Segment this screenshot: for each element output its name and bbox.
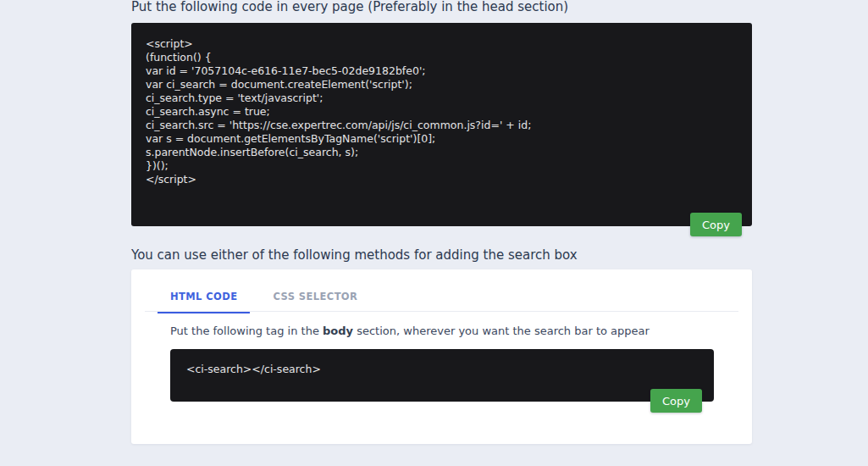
main-content: Put the following code in every page (Pr… [131,0,752,444]
script-code-text: <script> (function() { var id = '7057104… [146,37,738,186]
tag-code-block: <ci-search></ci-search> Copy [170,349,714,402]
script-section-heading: Put the following code in every page (Pr… [131,0,752,14]
tabs-divider [145,311,738,312]
tag-code-text: <ci-search></ci-search> [186,363,714,376]
script-code-block: <script> (function() { var id = '7057104… [131,23,752,226]
tag-instruction: Put the following tag in the body sectio… [170,324,713,338]
tab-css-selector[interactable]: CSS SELECTOR [261,269,371,311]
searchbox-methods-card: HTML CODE CSS SELECTOR Put the following… [131,269,752,444]
tag-instruction-bold: body [323,325,353,337]
tab-html-code[interactable]: HTML CODE [158,269,250,313]
tag-instruction-suffix: section, wherever you want the search ba… [353,325,650,337]
tabs-row: HTML CODE CSS SELECTOR [131,269,752,312]
copy-script-button[interactable]: Copy [690,213,742,236]
tag-instruction-prefix: Put the following tag in the [170,325,323,337]
searchbox-section-heading: You can use either of the following meth… [131,248,752,262]
copy-tag-button[interactable]: Copy [650,389,702,413]
